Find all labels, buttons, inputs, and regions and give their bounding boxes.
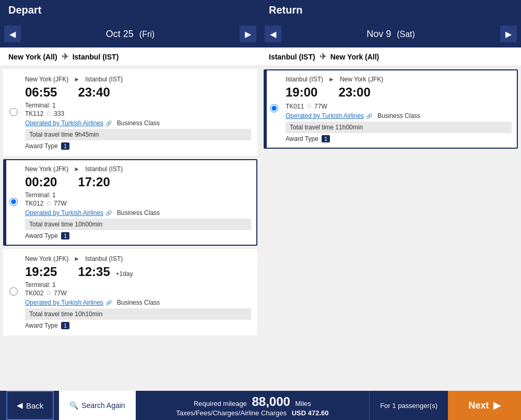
flight-info-1: TK112 ☆ 333 [25,109,251,117]
return-flight-info-1: TK011 ☆ 77W [286,102,512,110]
depart-title: Depart [8,4,41,16]
flight-info-3: TK002 ☆ 77W [25,289,251,297]
depart-flight-card-3[interactable]: New York (JFK) ► Istanbul (IST) 19:25 12… [3,249,257,335]
flight-times-3: 19:25 12:35 +1day [25,265,251,279]
travel-time-1: Total travel time 9h45min [25,129,251,140]
search-again-label: Search Again [81,401,125,410]
return-flight-route-1: Istanbul (IST) ► New York (JFK) [286,76,512,83]
cabin-class-1: Business Class [117,119,160,127]
return-route-arrow: ✈ [319,52,326,62]
external-icon-1: 🔗 [105,121,112,126]
award-badge-2: 1 [61,232,69,239]
return-route-bar: Istanbul (IST) ✈ New York (All) [260,47,521,66]
travel-time-3: Total travel time 10h10min [25,308,251,320]
depart-route-arrow: ✈ [62,52,68,62]
award-type-3: Award Type 1 [25,322,251,329]
return-day-of-week: (Sat) [397,30,415,39]
flight-times-1: 06:55 23:40 [25,85,251,100]
depart-destination: Istanbul (IST) [73,53,119,61]
depart-flights-list: New York (JFK) ► Istanbul (IST) 06:55 23… [0,66,260,391]
airline-row-1: Operated by Turkish Airlines 🔗 Business … [25,119,251,127]
depart-panel: Depart ◀ Oct 25 (Fri) ▶ New York (All) ✈… [0,0,260,391]
search-again-button[interactable]: 🔍 Search Again [59,391,135,420]
taxes-label: Taxes/Fees/Charges/Airline Charges [176,409,287,417]
star-icon-1: ☆ [45,109,52,117]
flight-route-3: New York (JFK) ► Istanbul (IST) [25,255,251,262]
passengers-label: For 1 passenger(s) [380,402,437,410]
return-title: Return [269,4,302,16]
flight-route-1: New York (JFK) ► Istanbul (IST) [25,76,251,83]
return-airline-link-1[interactable]: Operated by Turkish Airlines [286,112,364,119]
required-mileage-label: Required mileage [194,400,247,407]
depart-next-date-button[interactable]: ▶ [240,26,256,42]
return-award-type-1: Award Type 1 [286,135,512,142]
airline-row-3: Operated by Turkish Airlines 🔗 Business … [25,299,251,306]
terminal-2: Terminal: 1 [25,191,251,199]
depart-route-bar: New York (All) ✈ Istanbul (IST) [0,47,260,66]
next-label: Next [468,400,489,411]
return-origin: Istanbul (IST) [269,53,315,61]
return-radio-1[interactable] [270,104,278,114]
passengers-info: For 1 passenger(s) [369,391,448,420]
back-chevron-icon: ◀ [17,401,23,410]
depart-date-label: Oct 25 (Fri) [106,29,155,40]
return-flight-times-1: 19:00 23:00 [286,85,512,100]
cabin-class-3: Business Class [117,299,160,306]
star-icon-3: ☆ [45,289,52,297]
next-chevron-icon: ▶ [493,400,501,411]
taxes-row: Taxes/Fees/Charges/Airline Charges USD 4… [136,409,370,417]
depart-date-nav: ◀ Oct 25 (Fri) ▶ [0,20,260,47]
award-type-1: Award Type 1 [25,142,251,150]
return-selected-indicator-1 [265,70,267,148]
return-flights-list: Istanbul (IST) ► New York (JFK) 19:00 23… [260,66,521,391]
travel-time-2: Total travel time 10h00min [25,219,251,230]
external-icon-2: 🔗 [105,210,112,216]
depart-flight-card-2[interactable]: New York (JFK) ► Istanbul (IST) 00:20 17… [3,159,257,246]
bottom-bar: ◀ Back 🔍 Search Again Required mileage 8… [0,391,521,420]
flight-info-2: TK012 ☆ 77W [25,199,251,207]
depart-day-of-week: (Fri) [139,30,155,39]
selected-indicator-2 [4,160,6,245]
airline-link-3[interactable]: Operated by Turkish Airlines [25,299,103,306]
return-date-nav: ◀ Nov 9 (Sat) ▶ [260,20,521,47]
back-button[interactable]: ◀ Back [6,391,54,420]
return-flight-card-1[interactable]: Istanbul (IST) ► New York (JFK) 19:00 23… [264,69,518,149]
mileage-info: Required mileage 88,000 Miles Taxes/Fees… [136,394,370,417]
award-badge-1: 1 [61,142,69,150]
return-header: Return [260,0,521,20]
award-type-2: Award Type 1 [25,232,251,239]
airline-row-2: Operated by Turkish Airlines 🔗 Business … [25,209,251,217]
miles-label: Miles [295,400,311,407]
award-badge-3: 1 [61,322,69,329]
back-label: Back [26,401,43,410]
airline-link-1[interactable]: Operated by Turkish Airlines [25,119,103,127]
usd-value: USD 472.60 [292,409,329,417]
depart-radio-3[interactable] [9,287,18,297]
depart-prev-date-button[interactable]: ◀ [4,26,21,42]
cabin-class-2: Business Class [117,209,160,217]
return-date-label: Nov 9 (Sat) [366,29,415,40]
search-icon: 🔍 [69,401,78,410]
next-button[interactable]: Next ▶ [448,391,521,420]
depart-flight-card-1[interactable]: New York (JFK) ► Istanbul (IST) 06:55 23… [3,69,257,156]
terminal-3: Terminal: 1 [25,281,251,289]
mileage-row: Required mileage 88,000 Miles [136,394,370,409]
airline-link-2[interactable]: Operated by Turkish Airlines [25,209,103,217]
return-airline-row-1: Operated by Turkish Airlines 🔗 Business … [286,112,512,119]
flight-route-2: New York (JFK) ► Istanbul (IST) [25,165,251,173]
return-panel: Return ◀ Nov 9 (Sat) ▶ Istanbul (IST) ✈ … [260,0,521,391]
depart-radio-2[interactable] [9,198,18,208]
return-star-icon-1: ☆ [306,102,313,110]
depart-origin: New York (All) [8,53,57,61]
return-next-date-button[interactable]: ▶ [500,26,517,42]
terminal-1: Terminal: 1 [25,102,251,109]
flight-times-2: 00:20 17:20 [25,175,251,189]
depart-radio-1[interactable] [9,108,18,118]
return-external-icon-1: 🔗 [366,113,372,119]
plus-day-3: +1day [115,270,133,278]
return-award-badge-1: 1 [322,135,330,142]
return-prev-date-button[interactable]: ◀ [265,26,281,42]
star-icon-2: ☆ [45,199,52,207]
return-cabin-class-1: Business Class [377,112,420,119]
return-destination: New York (All) [330,53,380,61]
